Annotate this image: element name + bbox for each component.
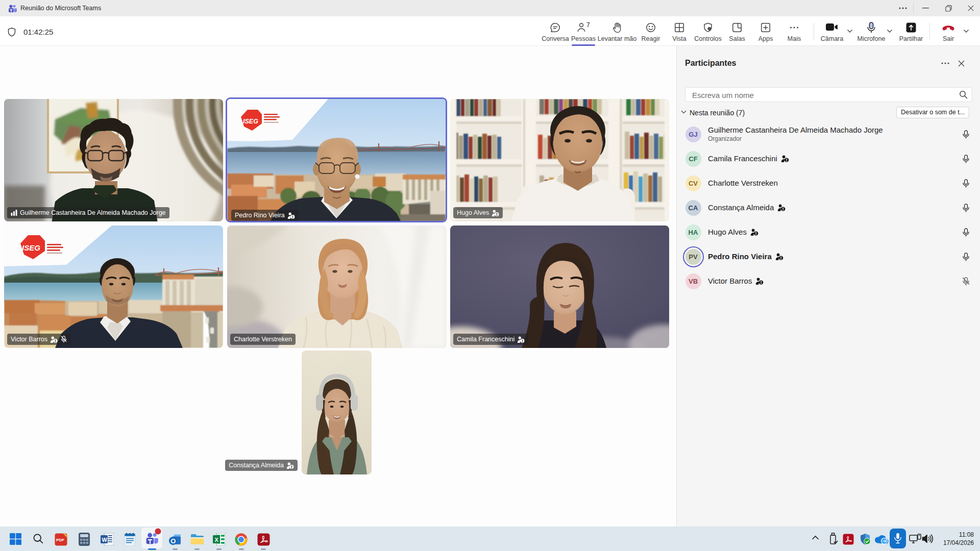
svg-text:7: 7 [586, 22, 590, 29]
svg-text:ISEG: ISEG [22, 243, 40, 252]
svg-text:O: O [170, 537, 176, 545]
svg-text:X: X [214, 537, 218, 543]
svg-text:W: W [102, 537, 107, 543]
svg-text:PDF: PDF [56, 538, 64, 542]
svg-text:ISEG: ISEG [243, 118, 258, 125]
